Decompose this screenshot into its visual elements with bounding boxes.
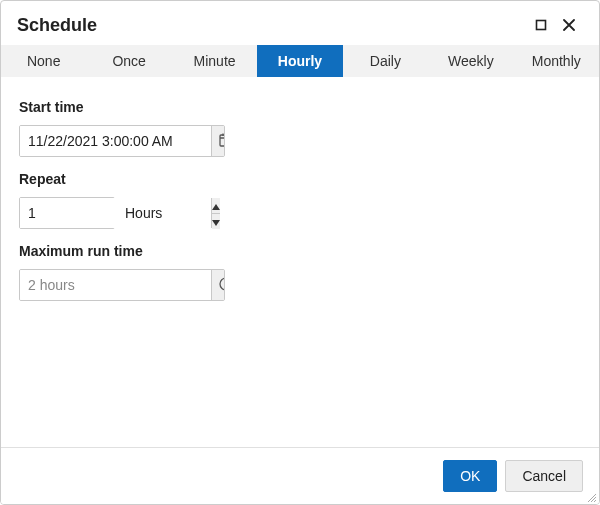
- repeat-step-up-button[interactable]: [212, 198, 220, 213]
- repeat-step-down-button[interactable]: [212, 213, 220, 229]
- tab-daily[interactable]: Daily: [343, 45, 428, 77]
- start-time-field: [19, 125, 225, 157]
- max-run-field: [19, 269, 225, 301]
- cancel-button[interactable]: Cancel: [505, 460, 583, 492]
- tab-none[interactable]: None: [1, 45, 86, 77]
- close-button[interactable]: [555, 11, 583, 39]
- repeat-stepper: [19, 197, 115, 229]
- start-time-label: Start time: [19, 99, 581, 115]
- titlebar: Schedule: [1, 1, 599, 45]
- svg-rect-1: [220, 135, 225, 146]
- tab-minute[interactable]: Minute: [172, 45, 257, 77]
- duration-picker-button[interactable]: [211, 270, 225, 300]
- max-run-section: Maximum run time: [19, 243, 581, 301]
- chevron-down-icon: [212, 214, 220, 229]
- repeat-label: Repeat: [19, 171, 581, 187]
- repeat-section: Repeat: [19, 171, 581, 229]
- calendar-picker-button[interactable]: [211, 126, 225, 156]
- clock-icon: [218, 276, 225, 295]
- tab-once[interactable]: Once: [86, 45, 171, 77]
- repeat-input[interactable]: [20, 198, 211, 228]
- close-icon: [563, 19, 575, 31]
- dialog-title: Schedule: [17, 15, 527, 36]
- tab-hourly[interactable]: Hourly: [257, 45, 342, 77]
- svg-rect-0: [537, 21, 546, 30]
- dialog-content: Start time Repeat: [1, 77, 599, 447]
- calendar-icon: [218, 132, 225, 151]
- dialog-footer: OK Cancel: [1, 447, 599, 504]
- schedule-tabs: None Once Minute Hourly Daily Weekly Mon…: [1, 45, 599, 77]
- max-run-input[interactable]: [20, 270, 211, 300]
- tab-monthly[interactable]: Monthly: [514, 45, 599, 77]
- chevron-up-icon: [212, 198, 220, 213]
- tab-weekly[interactable]: Weekly: [428, 45, 513, 77]
- start-time-input[interactable]: [20, 126, 211, 156]
- svg-point-6: [220, 278, 225, 290]
- start-time-section: Start time: [19, 99, 581, 157]
- schedule-dialog: Schedule None Once Minute Hourly Daily W…: [0, 0, 600, 505]
- ok-button[interactable]: OK: [443, 460, 497, 492]
- repeat-unit-label: Hours: [125, 205, 162, 221]
- maximize-icon: [535, 19, 547, 31]
- max-run-label: Maximum run time: [19, 243, 581, 259]
- maximize-button[interactable]: [527, 11, 555, 39]
